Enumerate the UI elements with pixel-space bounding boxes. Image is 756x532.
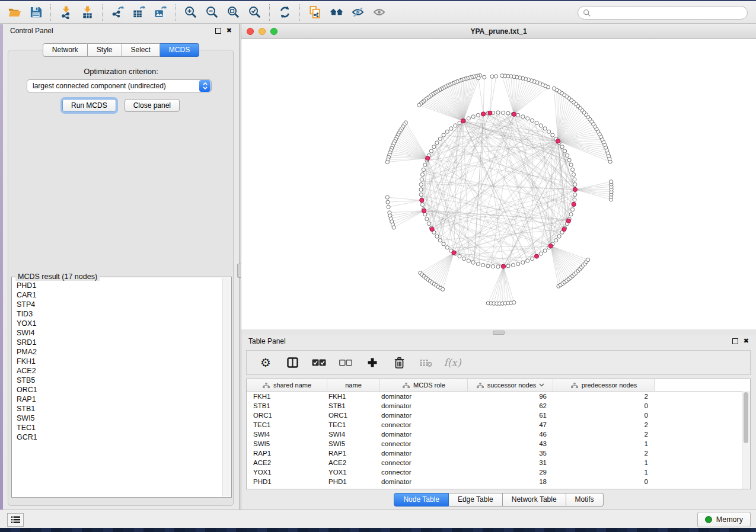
- table-cell[interactable]: ACE2: [247, 458, 327, 467]
- graph-node[interactable]: [426, 156, 430, 161]
- scrollbar-thumb[interactable]: [744, 392, 748, 443]
- mcds-result-item[interactable]: SWI5: [12, 414, 223, 423]
- graph-node[interactable]: [491, 265, 495, 268]
- hide-selected-button[interactable]: [347, 3, 368, 22]
- save-session-button[interactable]: [25, 3, 46, 22]
- export-network-button[interactable]: [107, 3, 128, 22]
- table-row[interactable]: STB1STB1dominator620: [247, 401, 750, 411]
- graph-node[interactable]: [521, 261, 525, 264]
- graph-node[interactable]: [490, 75, 494, 78]
- zoom-fit-button[interactable]: [222, 3, 244, 22]
- graph-node[interactable]: [420, 203, 424, 206]
- graph-node[interactable]: [422, 209, 426, 213]
- table-cell[interactable]: FKH1: [247, 392, 327, 401]
- mcds-result-item[interactable]: CAR1: [12, 290, 223, 300]
- table-cell[interactable]: PHD1: [247, 477, 327, 486]
- table-cell[interactable]: SWI5: [247, 439, 327, 448]
- horizontal-splitter[interactable]: [241, 329, 756, 335]
- table-cell[interactable]: TEC1: [327, 420, 380, 430]
- table-row[interactable]: ORC1ORC1dominator610: [247, 411, 750, 420]
- table-cell[interactable]: 1: [553, 458, 655, 467]
- graph-node[interactable]: [423, 163, 427, 166]
- table-cell[interactable]: 1: [553, 439, 655, 448]
- table-cell[interactable]: dominator: [380, 430, 468, 439]
- graph-node[interactable]: [562, 227, 566, 231]
- table-cell[interactable]: STB1: [327, 401, 380, 411]
- table-cell[interactable]: 2: [553, 448, 655, 458]
- graph-node[interactable]: [438, 137, 442, 140]
- graph-node[interactable]: [454, 124, 457, 127]
- column-header-successor-nodes[interactable]: successor nodes: [468, 379, 553, 391]
- float-panel-icon[interactable]: [215, 28, 221, 34]
- graph-node[interactable]: [543, 127, 547, 130]
- panel-selector-button[interactable]: [7, 513, 24, 527]
- graph-node[interactable]: [539, 124, 543, 127]
- mcds-result-item[interactable]: STB5: [12, 376, 223, 385]
- table-cell[interactable]: 61: [468, 411, 553, 420]
- graph-node[interactable]: [442, 133, 445, 137]
- table-row[interactable]: YOX1YOX1connector291: [247, 467, 750, 477]
- table-cell[interactable]: RAP1: [327, 448, 380, 458]
- search-input[interactable]: [594, 8, 742, 18]
- table-row[interactable]: ACE2ACE2connector311: [247, 458, 750, 467]
- graph-node[interactable]: [419, 182, 423, 186]
- mcds-result-item[interactable]: TID3: [12, 309, 223, 319]
- splitter-handle[interactable]: [493, 331, 505, 335]
- mcds-result-item[interactable]: PHD1: [12, 281, 223, 290]
- graph-node[interactable]: [560, 145, 564, 149]
- graph-node[interactable]: [516, 113, 520, 117]
- add-column-plus-icon[interactable]: [365, 355, 379, 370]
- table-cell[interactable]: connector: [380, 439, 468, 448]
- table-cell[interactable]: connector: [380, 420, 468, 430]
- import-network-button[interactable]: [55, 3, 76, 22]
- table-scrollbar[interactable]: [742, 391, 750, 489]
- graph-node[interactable]: [462, 257, 465, 261]
- mcds-result-item[interactable]: ACE2: [12, 366, 223, 376]
- mcds-result-item[interactable]: STP4: [12, 300, 223, 309]
- graph-node[interactable]: [547, 130, 551, 133]
- graph-node[interactable]: [573, 198, 576, 201]
- network-window-titlebar[interactable]: YPA_prune.txt_1: [241, 24, 756, 39]
- graph-node[interactable]: [563, 149, 567, 153]
- graph-node[interactable]: [543, 249, 547, 252]
- graph-node[interactable]: [461, 119, 465, 123]
- graph-node[interactable]: [512, 300, 516, 304]
- select-all-icon[interactable]: [312, 355, 326, 370]
- graph-node[interactable]: [435, 235, 439, 238]
- graph-node[interactable]: [571, 208, 575, 211]
- tab-style[interactable]: Style: [88, 43, 122, 57]
- memory-button[interactable]: Memory: [697, 512, 751, 527]
- graph-node[interactable]: [486, 264, 490, 268]
- graph-node[interactable]: [566, 153, 569, 157]
- graph-node[interactable]: [539, 252, 543, 255]
- graph-node[interactable]: [567, 158, 571, 162]
- table-cell[interactable]: 96: [468, 392, 553, 401]
- refresh-layout-button[interactable]: [274, 3, 295, 22]
- graph-node[interactable]: [573, 193, 577, 196]
- graph-node[interactable]: [458, 255, 461, 258]
- graph-node[interactable]: [572, 202, 576, 206]
- graph-node[interactable]: [467, 259, 470, 262]
- mcds-result-item[interactable]: ORC1: [12, 385, 223, 395]
- graph-node[interactable]: [495, 75, 498, 78]
- table-cell[interactable]: PHD1: [327, 477, 380, 486]
- table-cell[interactable]: 2: [553, 430, 655, 439]
- graph-node[interactable]: [432, 145, 436, 149]
- open-session-button[interactable]: [4, 3, 25, 22]
- graph-node[interactable]: [557, 235, 561, 238]
- table-cell[interactable]: SWI4: [247, 430, 327, 439]
- export-table-button[interactable]: [128, 3, 149, 22]
- tab-select[interactable]: Select: [122, 43, 160, 57]
- graph-node[interactable]: [501, 111, 505, 114]
- graph-node[interactable]: [556, 139, 560, 143]
- mcds-result-item[interactable]: STB1: [12, 404, 223, 414]
- table-cell[interactable]: dominator: [380, 477, 468, 486]
- graph-node[interactable]: [420, 178, 423, 181]
- graph-node[interactable]: [521, 115, 525, 118]
- graph-node[interactable]: [534, 254, 538, 258]
- search-field[interactable]: [578, 6, 748, 20]
- graph-node[interactable]: [552, 86, 556, 90]
- mcds-result-item[interactable]: SRD1: [12, 338, 223, 347]
- table-cell[interactable]: FKH1: [327, 392, 380, 401]
- graph-node[interactable]: [417, 103, 421, 107]
